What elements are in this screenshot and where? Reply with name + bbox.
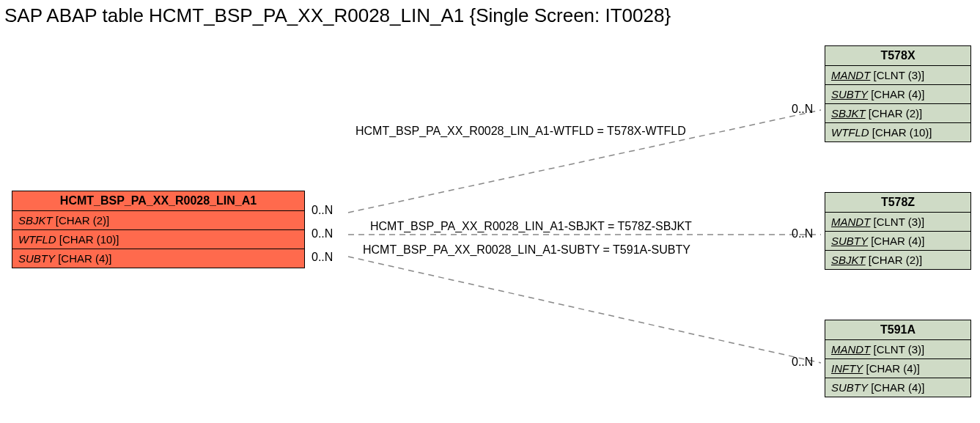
relationship-label-2: HCMT_BSP_PA_XX_R0028_LIN_A1-SBJKT = T578… xyxy=(370,220,692,233)
field-type: [CHAR (10)] xyxy=(59,233,119,246)
entity-t578x-field: SUBTY [CHAR (4)] xyxy=(825,85,970,104)
field-name: MANDT xyxy=(831,343,870,356)
field-type: [CHAR (10)] xyxy=(872,126,932,139)
field-type: [CHAR (4)] xyxy=(58,252,111,265)
field-name: SBJKT xyxy=(831,254,866,266)
field-name: SUBTY xyxy=(18,252,55,265)
field-name: SBJKT xyxy=(831,107,866,119)
entity-t578x: T578X MANDT [CLNT (3)] SUBTY [CHAR (4)] … xyxy=(825,45,971,142)
entity-t578z: T578Z MANDT [CLNT (3)] SUBTY [CHAR (4)] … xyxy=(825,192,971,270)
cardinality-right-1: 0..N xyxy=(792,103,813,116)
field-name: MANDT xyxy=(831,216,870,228)
field-name: WTFLD xyxy=(831,126,869,139)
entity-t578z-header: T578Z xyxy=(825,193,970,213)
field-type: [CHAR (2)] xyxy=(56,214,109,227)
relationship-label-1: HCMT_BSP_PA_XX_R0028_LIN_A1-WTFLD = T578… xyxy=(355,125,686,138)
svg-line-2 xyxy=(348,257,821,363)
entity-t578z-field: SUBTY [CHAR (4)] xyxy=(825,232,970,251)
cardinality-right-3: 0..N xyxy=(792,356,813,369)
entity-t591a: T591A MANDT [CLNT (3)] INFTY [CHAR (4)] … xyxy=(825,320,971,397)
field-type: [CLNT (3)] xyxy=(874,216,925,228)
entity-t578x-header: T578X xyxy=(825,46,970,66)
cardinality-left-1: 0..N xyxy=(312,204,333,217)
cardinality-right-2: 0..N xyxy=(792,227,813,240)
entity-main-field: WTFLD [CHAR (10)] xyxy=(12,230,304,249)
field-type: [CHAR (2)] xyxy=(869,107,922,119)
entity-main: HCMT_BSP_PA_XX_R0028_LIN_A1 SBJKT [CHAR … xyxy=(12,191,305,268)
field-name: MANDT xyxy=(831,69,870,81)
field-type: [CHAR (4)] xyxy=(871,381,924,394)
entity-main-header: HCMT_BSP_PA_XX_R0028_LIN_A1 xyxy=(12,191,304,211)
entity-t578x-field: SBJKT [CHAR (2)] xyxy=(825,104,970,123)
field-type: [CHAR (4)] xyxy=(866,362,920,375)
cardinality-left-2: 0..N xyxy=(312,227,333,240)
field-name: SUBTY xyxy=(831,88,868,100)
page-title: SAP ABAP table HCMT_BSP_PA_XX_R0028_LIN_… xyxy=(4,4,671,27)
field-type: [CHAR (4)] xyxy=(871,235,924,247)
field-type: [CHAR (4)] xyxy=(871,88,924,100)
entity-t578z-field: SBJKT [CHAR (2)] xyxy=(825,251,970,269)
field-name: WTFLD xyxy=(18,233,56,246)
relationship-label-3: HCMT_BSP_PA_XX_R0028_LIN_A1-SUBTY = T591… xyxy=(363,243,690,257)
field-type: [CHAR (2)] xyxy=(869,254,922,266)
field-type: [CLNT (3)] xyxy=(874,343,925,356)
entity-t578z-field: MANDT [CLNT (3)] xyxy=(825,213,970,232)
field-name: INFTY xyxy=(831,362,863,375)
entity-t578x-field: MANDT [CLNT (3)] xyxy=(825,66,970,85)
entity-t591a-header: T591A xyxy=(825,320,970,340)
entity-t578x-field: WTFLD [CHAR (10)] xyxy=(825,123,970,141)
entity-t591a-field: SUBTY [CHAR (4)] xyxy=(825,378,970,397)
entity-main-field: SBJKT [CHAR (2)] xyxy=(12,211,304,230)
cardinality-left-3: 0..N xyxy=(312,251,333,264)
field-type: [CLNT (3)] xyxy=(874,69,925,81)
entity-main-field: SUBTY [CHAR (4)] xyxy=(12,249,304,268)
field-name: SUBTY xyxy=(831,381,868,394)
field-name: SUBTY xyxy=(831,235,868,247)
entity-t591a-field: MANDT [CLNT (3)] xyxy=(825,340,970,359)
entity-t591a-field: INFTY [CHAR (4)] xyxy=(825,359,970,378)
field-name: SBJKT xyxy=(18,214,53,227)
